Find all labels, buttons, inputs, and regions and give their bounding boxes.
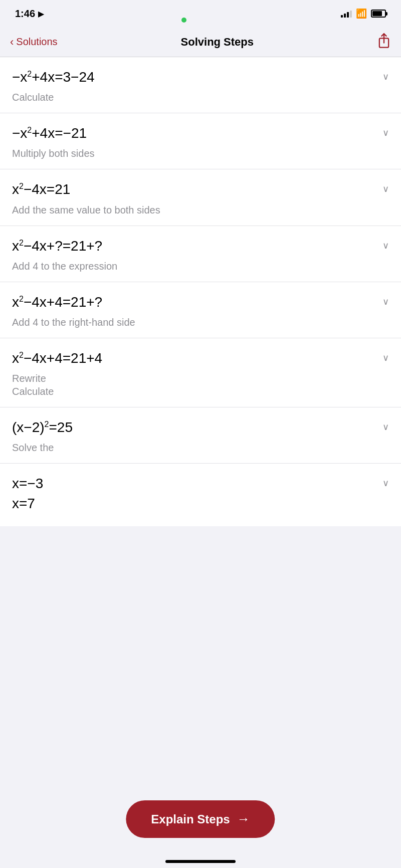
- step-equation: (x−2)2=25: [12, 417, 376, 437]
- nav-bar: ‹ Solutions Solving Steps: [0, 27, 401, 57]
- step-row[interactable]: x2−4x+4=21+4 RewriteCalculate ∨: [0, 338, 401, 407]
- chevron-down-icon: ∨: [382, 71, 389, 82]
- step-row[interactable]: x2−4x+4=21+? Add 4 to the right-hand sid…: [0, 282, 401, 338]
- step-equation: x2−4x+4=21+4: [12, 348, 376, 368]
- step-content: −x2+4x=−21 Multiply both sides: [12, 123, 376, 160]
- page-title: Solving Steps: [181, 36, 254, 49]
- battery-fill: [372, 11, 382, 16]
- chevron-down-icon: ∨: [382, 127, 389, 138]
- step-row[interactable]: x=−3x=7 ∨: [0, 464, 401, 526]
- step-description: Add 4 to the expression: [12, 260, 376, 273]
- step-description: Add the same value to both sides: [12, 203, 376, 216]
- step-row[interactable]: (x−2)2=25 Solve the ∨: [0, 407, 401, 464]
- share-button[interactable]: [377, 33, 391, 52]
- chevron-down-icon: ∨: [382, 183, 389, 194]
- green-dot: [181, 18, 186, 23]
- explain-steps-button[interactable]: Explain Steps →: [126, 800, 275, 838]
- step-description: RewriteCalculate: [12, 372, 376, 398]
- back-label: Solutions: [16, 36, 57, 48]
- step-content: (x−2)2=25 Solve the: [12, 417, 376, 454]
- status-bar: 1:46 ▶ 📶: [0, 0, 401, 27]
- step-description: Add 4 to the right-hand side: [12, 316, 376, 329]
- step-description: Multiply both sides: [12, 147, 376, 160]
- chevron-down-icon: ∨: [382, 478, 389, 489]
- step-equation: x=−3x=7: [12, 474, 376, 513]
- chevron-left-icon: ‹: [10, 36, 14, 49]
- status-time: 1:46: [15, 8, 35, 20]
- signal-bar-3: [347, 12, 349, 18]
- step-equation: x2−4x=21: [12, 179, 376, 199]
- signal-bar-1: [341, 15, 343, 18]
- wifi-icon: 📶: [356, 8, 367, 19]
- step-equation: x2−4x+?=21+?: [12, 236, 376, 256]
- home-indicator: [165, 860, 236, 863]
- step-content: −x2+4x=3−24 Calculate: [12, 67, 376, 104]
- chevron-down-icon: ∨: [382, 352, 389, 363]
- signal-bars-icon: [341, 10, 352, 18]
- step-content: x=−3x=7: [12, 474, 376, 517]
- chevron-down-icon: ∨: [382, 421, 389, 432]
- arrow-right-icon: →: [237, 811, 250, 827]
- status-icons: 📶: [341, 8, 386, 19]
- step-content: x2−4x+4=21+4 RewriteCalculate: [12, 348, 376, 398]
- chevron-down-icon: ∨: [382, 296, 389, 307]
- step-content: x2−4x=21 Add the same value to both side…: [12, 179, 376, 216]
- battery-icon: [371, 10, 386, 18]
- step-row[interactable]: −x2+4x=3−24 Calculate ∨: [0, 57, 401, 113]
- step-equation: −x2+4x=3−24: [12, 67, 376, 87]
- step-row[interactable]: x2−4x+?=21+? Add 4 to the expression ∨: [0, 226, 401, 282]
- step-row[interactable]: x2−4x=21 Add the same value to both side…: [0, 169, 401, 226]
- step-content: x2−4x+?=21+? Add 4 to the expression: [12, 236, 376, 273]
- step-content: x2−4x+4=21+? Add 4 to the right-hand sid…: [12, 292, 376, 329]
- step-row[interactable]: −x2+4x=−21 Multiply both sides ∨: [0, 113, 401, 169]
- step-equation: −x2+4x=−21: [12, 123, 376, 143]
- step-equation: x2−4x+4=21+?: [12, 292, 376, 312]
- signal-bar-2: [344, 14, 346, 18]
- step-description: Calculate: [12, 91, 376, 104]
- share-icon: [377, 33, 391, 49]
- explain-steps-label: Explain Steps: [151, 812, 230, 826]
- explain-steps-container: Explain Steps →: [126, 800, 275, 838]
- location-icon: ▶: [38, 9, 44, 19]
- step-description: Solve the: [12, 441, 376, 454]
- signal-bar-4: [350, 11, 352, 18]
- back-button[interactable]: ‹ Solutions: [10, 36, 58, 49]
- chevron-down-icon: ∨: [382, 240, 389, 251]
- steps-list: −x2+4x=3−24 Calculate ∨ −x2+4x=−21 Multi…: [0, 57, 401, 526]
